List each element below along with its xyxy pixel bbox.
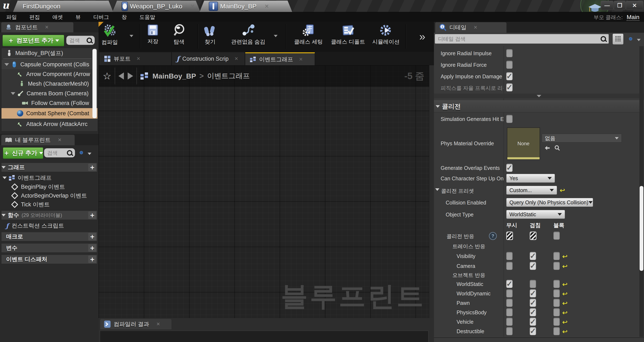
event-graph-canvas[interactable]: ☆ MainBoy_BP > 이벤트그래프 -5 줌 블루프린트 bbox=[98, 65, 429, 318]
menu-help[interactable]: 도움말 bbox=[133, 12, 162, 22]
toolbar-overflow-button[interactable]: » bbox=[419, 30, 425, 43]
save-button[interactable]: 저장 bbox=[146, 24, 159, 45]
functions-section-header[interactable]: 함수 (29 오버라이더블) ＋ bbox=[1, 211, 97, 220]
components-scrollbar[interactable] bbox=[92, 49, 97, 118]
checkbox-checked[interactable] bbox=[530, 299, 536, 307]
compile-button[interactable]: 컴파일 bbox=[102, 24, 118, 46]
tab-my-blueprint[interactable]: 내 블루프린트 ✕ bbox=[1, 135, 75, 145]
collapse-icon[interactable] bbox=[436, 105, 440, 108]
collision-preset-dropdown[interactable]: Custom... bbox=[506, 186, 557, 195]
close-icon[interactable]: ✕ bbox=[45, 25, 49, 30]
menu-file[interactable]: 파일 bbox=[0, 12, 23, 22]
tree-row-capsule[interactable]: Capsule Component (Collis bbox=[2, 60, 98, 69]
search-input[interactable] bbox=[47, 150, 67, 156]
menu-asset[interactable]: 애셋 bbox=[46, 12, 69, 22]
checkbox-mixed[interactable] bbox=[506, 232, 513, 240]
menu-debug[interactable]: 디버그 bbox=[87, 12, 115, 22]
browse-button[interactable]: 탐색 bbox=[172, 24, 186, 46]
checkbox-unchecked[interactable] bbox=[506, 252, 512, 260]
checkbox-unchecked[interactable] bbox=[506, 318, 512, 326]
class-settings-button[interactable]: 클래스 세팅 bbox=[290, 24, 326, 46]
tree-row-arrow[interactable]: Arrow Component (Arrow bbox=[2, 70, 98, 79]
checkbox-checked[interactable] bbox=[530, 327, 536, 335]
find-button[interactable]: 찾기 bbox=[203, 24, 217, 46]
add-dispatcher-button[interactable]: ＋ bbox=[88, 256, 96, 263]
checkbox-unchecked[interactable] bbox=[506, 289, 512, 297]
level-tab-firstdungeon[interactable]: FirstDungeon bbox=[13, 1, 113, 12]
graphs-section-header[interactable]: 그래프 ＋ bbox=[1, 163, 97, 172]
checkbox-checked[interactable] bbox=[506, 280, 512, 288]
asset-tab-mainboy-bp[interactable]: MainBoy_BP ✕ bbox=[200, 1, 292, 12]
graph-scrollbar[interactable] bbox=[429, 65, 434, 318]
checkbox-checked[interactable] bbox=[506, 72, 512, 80]
menu-view[interactable]: 뷰 bbox=[69, 12, 87, 22]
construction-script-item[interactable]: ƒ 컨스트럭션 스크립트 bbox=[1, 222, 97, 230]
search-input[interactable] bbox=[69, 37, 86, 44]
close-icon[interactable]: ✕ bbox=[299, 57, 303, 62]
parent-class-link[interactable]: Main bbox=[626, 14, 640, 21]
breadcrumb-root[interactable]: MainBoy_BP bbox=[152, 72, 196, 80]
asset-tab-weapon-bp-luko[interactable]: Weapon_BP_Luko ✕ bbox=[112, 1, 200, 12]
checkbox-unchecked[interactable] bbox=[506, 49, 512, 57]
reset-to-default-icon[interactable]: ↩ bbox=[562, 300, 568, 307]
class-defaults-button[interactable]: 클래스 디폴트 bbox=[329, 24, 367, 46]
checkbox-unchecked[interactable] bbox=[554, 299, 560, 307]
checkbox-unchecked[interactable] bbox=[506, 327, 512, 335]
checkbox-unchecked[interactable] bbox=[554, 252, 560, 260]
actoroverlap-event-item[interactable]: ActorBeginOverlap 이벤트 bbox=[1, 192, 97, 200]
back-arrow-icon[interactable] bbox=[118, 72, 124, 80]
checkbox-unchecked[interactable] bbox=[554, 232, 560, 240]
checkbox-unchecked[interactable] bbox=[554, 318, 560, 326]
reset-to-default-icon[interactable]: ↩ bbox=[562, 309, 568, 316]
checkbox-checked[interactable] bbox=[530, 262, 536, 270]
checkbox-checked[interactable] bbox=[530, 252, 536, 260]
macros-section-header[interactable]: 매크로 ＋ bbox=[1, 232, 97, 241]
reset-to-default-icon[interactable]: ↩ bbox=[562, 318, 568, 326]
checkbox-unchecked[interactable] bbox=[506, 299, 512, 307]
details-scrollbar-track[interactable] bbox=[640, 46, 644, 337]
beginplay-event-item[interactable]: BeginPlay 이벤트 bbox=[1, 183, 97, 191]
simulation-button[interactable]: 시뮬레이션 bbox=[370, 24, 402, 46]
compile-options-dropdown[interactable] bbox=[130, 35, 133, 37]
add-new-button[interactable]: ＋ 신규 추가 bbox=[3, 147, 43, 159]
tab-event-graph[interactable]: 이벤트그래프 ✕ bbox=[245, 52, 315, 65]
dispatchers-section-header[interactable]: 이벤트 디스패처 ＋ bbox=[1, 255, 97, 264]
close-icon[interactable]: ✕ bbox=[234, 56, 238, 62]
close-icon[interactable]: ✕ bbox=[58, 137, 62, 143]
tab-construction-script[interactable]: ƒ Construction Scrip ✕ bbox=[172, 52, 245, 65]
collapse-icon[interactable] bbox=[435, 188, 440, 191]
object-type-dropdown[interactable]: WorldStatic bbox=[506, 210, 565, 219]
checkbox-unchecked[interactable] bbox=[554, 327, 560, 335]
collision-section-header[interactable]: 콜리전 bbox=[434, 100, 644, 112]
checkbox-unchecked[interactable] bbox=[530, 280, 536, 288]
checkbox-unchecked[interactable] bbox=[506, 61, 512, 69]
tree-row-followcamera[interactable]: Follow Camera (Follow bbox=[2, 98, 98, 108]
close-icon[interactable]: ✕ bbox=[136, 56, 140, 62]
checkbox-unchecked[interactable] bbox=[506, 115, 512, 123]
checkbox-unchecked[interactable] bbox=[554, 280, 560, 288]
material-thumbnail[interactable]: None bbox=[507, 127, 540, 160]
tree-row-attackarrow[interactable]: Attack Arrow (AttackArrc bbox=[2, 119, 98, 129]
close-icon[interactable]: ✕ bbox=[474, 25, 477, 30]
checkbox-checked[interactable] bbox=[506, 83, 512, 91]
collapse-icon[interactable] bbox=[2, 177, 7, 179]
add-variable-button[interactable]: ＋ bbox=[88, 244, 96, 252]
tree-row-self[interactable]: MainBoy_BP(셀프) bbox=[2, 49, 98, 58]
collapse-icon[interactable] bbox=[2, 166, 6, 168]
tab-components[interactable]: 컴포넌트 ✕ bbox=[1, 22, 73, 32]
tree-row-cameraboom[interactable]: Camera Boom (Camera) bbox=[2, 89, 98, 98]
checkbox-unchecked[interactable] bbox=[554, 289, 560, 297]
reset-to-default-icon[interactable]: ↩ bbox=[562, 253, 568, 260]
tab-details[interactable]: i 디테일 ✕ bbox=[435, 22, 506, 33]
collision-enabled-dropdown[interactable]: Query Only (No Physics Collision) bbox=[506, 198, 593, 207]
variables-section-header[interactable]: 변수 ＋ bbox=[1, 243, 97, 253]
tab-compiler-results[interactable]: 컴파일러 결과 ✕ bbox=[100, 319, 172, 329]
hide-unrelated-dropdown[interactable] bbox=[274, 35, 278, 37]
favorite-star-icon[interactable]: ☆ bbox=[103, 70, 111, 82]
details-scrollbar-thumb[interactable] bbox=[640, 186, 643, 271]
tree-row-combatsphere[interactable]: Combat Sphere (Combat bbox=[2, 108, 98, 119]
menu-window[interactable]: 창 bbox=[115, 12, 133, 22]
components-search[interactable] bbox=[66, 36, 95, 45]
details-filter-dropdown[interactable] bbox=[637, 38, 641, 42]
checkbox-checked[interactable] bbox=[506, 164, 512, 172]
